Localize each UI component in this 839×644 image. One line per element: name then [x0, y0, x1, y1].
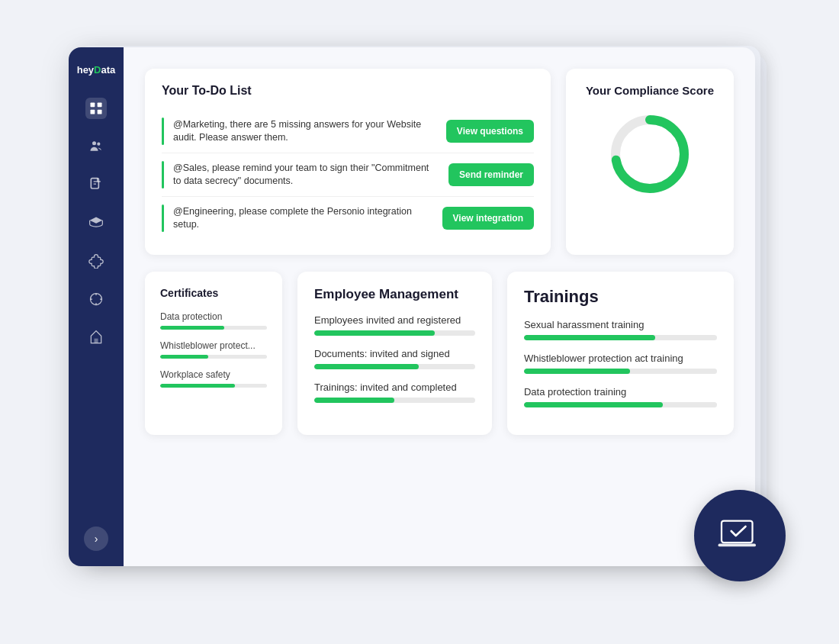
sidebar: heyData: [69, 47, 124, 566]
logo: heyData: [77, 63, 116, 76]
cert-bar-bg-whistleblower: [160, 355, 267, 359]
train-bar-bg-sexual-harassment: [524, 335, 717, 340]
train-item-sexual-harassment: Sexual harassment training: [524, 319, 717, 340]
emp-item-trainings: Trainings: invited and completed: [314, 382, 475, 403]
svg-point-5: [97, 143, 100, 146]
train-item-data-protection: Data protection training: [524, 386, 717, 407]
emp-bar-fill-invited: [314, 330, 435, 336]
todo-accent-engineering: [162, 204, 164, 232]
emp-item-documents: Documents: invited and signed: [314, 348, 475, 369]
emp-bar-bg-invited: [314, 330, 475, 336]
emp-item-invited-registered: Employees invited and registered: [314, 314, 475, 336]
svg-rect-2: [91, 110, 95, 114]
sidebar-item-dashboard[interactable]: [85, 98, 107, 119]
trainings-title: Trainings: [524, 287, 717, 307]
train-label-whistleblower: Whistleblower protection act training: [524, 353, 717, 364]
todo-item-marketing: @Marketing, there are 5 missing answers …: [162, 110, 534, 153]
train-bar-bg-data-protection-train: [524, 402, 717, 407]
view-integration-button[interactable]: View integration: [442, 207, 534, 230]
sidebar-item-settings[interactable]: [85, 288, 107, 310]
todo-text-sales: @Sales, please remind your team to sign …: [173, 162, 439, 188]
certificates-card: Certificates Data protection Whistleblow…: [145, 272, 282, 435]
cert-bar-fill-data-protection: [160, 326, 224, 330]
svg-point-4: [92, 141, 96, 145]
todo-text-marketing: @Marketing, there are 5 missing answers …: [173, 118, 437, 145]
emp-label-invited-registered: Employees invited and registered: [314, 314, 475, 326]
sidebar-item-users[interactable]: [85, 136, 107, 157]
emp-bar-bg-trainings: [314, 398, 475, 403]
cert-bar-bg-workplace-safety: [160, 384, 267, 388]
todo-accent: [162, 118, 164, 145]
train-label-sexual-harassment: Sexual harassment training: [524, 319, 717, 330]
svg-rect-11: [718, 544, 757, 547]
view-questions-button[interactable]: View questions: [446, 120, 534, 143]
employee-management-title: Employee Management: [314, 287, 475, 302]
emp-bar-fill-documents: [314, 364, 419, 369]
cert-bar-fill-whistleblower: [160, 355, 208, 359]
emp-label-documents: Documents: invited and signed: [314, 348, 475, 359]
compliance-title: Your Compliance Score: [586, 84, 714, 97]
todo-item-sales: @Sales, please remind your team to sign …: [162, 153, 534, 197]
cert-label-workplace-safety: Workplace safety: [160, 369, 267, 380]
train-label-data-protection: Data protection training: [524, 386, 717, 398]
emp-label-trainings: Trainings: invited and completed: [314, 382, 475, 393]
top-row: Your To-Do List @Marketing, there are 5 …: [145, 69, 734, 255]
cert-label-whistleblower: Whistleblower protect...: [160, 340, 267, 351]
cert-label-data-protection: Data protection: [160, 311, 267, 322]
sidebar-item-integrations[interactable]: [85, 250, 107, 272]
sidebar-item-documents[interactable]: [85, 174, 107, 195]
train-bar-fill-sexual-harassment: [524, 335, 655, 340]
cert-item-workplace-safety: Workplace safety: [160, 369, 267, 388]
sidebar-item-training[interactable]: [85, 212, 107, 233]
emp-bar-fill-trainings: [314, 398, 394, 403]
todo-text-engineering: @Engineering, please complete the Person…: [173, 205, 433, 232]
sidebar-collapse-button[interactable]: ›: [84, 526, 108, 551]
compliance-card: Your Compliance Score: [566, 69, 734, 255]
todo-item-engineering: @Engineering, please complete the Person…: [162, 197, 534, 240]
bottom-row: Certificates Data protection Whistleblow…: [145, 272, 734, 435]
emp-bar-bg-documents: [314, 364, 475, 369]
badge-circle: [694, 490, 786, 581]
cert-item-whistleblower: Whistleblower protect...: [160, 340, 267, 359]
train-bar-bg-whistleblower-train: [524, 369, 717, 374]
sidebar-nav: [85, 98, 107, 526]
cert-bar-fill-workplace-safety: [160, 384, 235, 388]
cert-item-data-protection: Data protection: [160, 311, 267, 330]
sidebar-bottom: ›: [84, 526, 108, 551]
svg-rect-0: [91, 103, 95, 108]
svg-rect-7: [95, 339, 98, 343]
todo-accent-sales: [162, 161, 164, 188]
compliance-donut: [608, 112, 692, 196]
employee-management-card: Employee Management Employees invited an…: [297, 272, 492, 435]
send-reminder-button[interactable]: Send reminder: [448, 163, 534, 186]
train-bar-fill-data-protection-train: [524, 402, 663, 407]
trainings-card: Trainings Sexual harassment training Whi…: [507, 272, 734, 435]
sidebar-item-reports[interactable]: [85, 327, 107, 348]
logo-text: heyData: [77, 64, 116, 76]
train-item-whistleblower: Whistleblower protection act training: [524, 353, 717, 374]
main-content: Your To-Do List @Marketing, there are 5 …: [124, 47, 755, 566]
certificates-title: Certificates: [160, 287, 267, 299]
svg-rect-10: [722, 521, 753, 543]
logo-d: D: [94, 64, 101, 76]
train-bar-fill-whistleblower-train: [524, 369, 630, 374]
svg-rect-3: [98, 110, 102, 114]
todo-card: Your To-Do List @Marketing, there are 5 …: [145, 69, 551, 255]
todo-title: Your To-Do List: [162, 84, 534, 98]
svg-rect-1: [98, 103, 102, 108]
cert-bar-bg-data-protection: [160, 326, 267, 330]
